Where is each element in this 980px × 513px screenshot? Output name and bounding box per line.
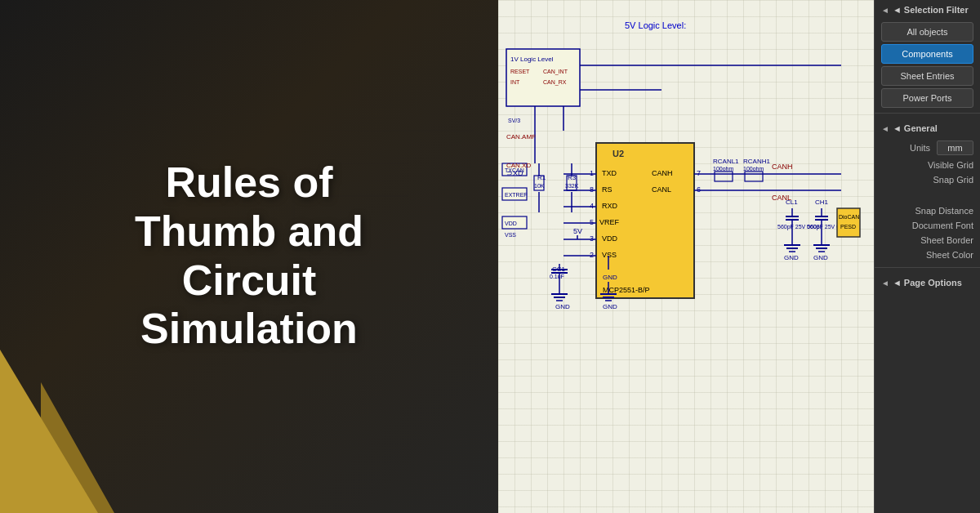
page-options-header: ◄ ◄ Page Options xyxy=(875,273,980,292)
general-collapse-icon: ◄ xyxy=(881,124,889,133)
svg-text:1: 1 xyxy=(590,169,594,177)
document-font-row: Document Font xyxy=(875,218,980,233)
svg-text:U2: U2 xyxy=(612,149,624,158)
svg-text:GND: GND xyxy=(813,254,828,261)
svg-text:⊃XD: ⊃XD xyxy=(506,169,523,177)
svg-text:DioCAN: DioCAN xyxy=(839,214,859,220)
svg-text:GND: GND xyxy=(784,254,799,261)
sheet-color-row: Sheet Color xyxy=(875,248,980,262)
svg-text:VREF: VREF xyxy=(599,218,620,226)
svg-text:VDD: VDD xyxy=(505,221,517,226)
sheet-entries-button[interactable]: Sheet Entries xyxy=(881,66,973,86)
schematic-panel: 5V Logic Level: 1V Logic Level RESET INT… xyxy=(498,0,874,513)
svg-text:5V: 5V xyxy=(573,227,582,235)
svg-text:VDD: VDD xyxy=(602,234,618,243)
components-button[interactable]: Components xyxy=(881,44,973,64)
svg-text:CL1: CL1 xyxy=(786,199,798,206)
svg-text:CAN.AMF: CAN.AMF xyxy=(506,133,536,141)
svg-text:8: 8 xyxy=(590,185,594,194)
svg-text:GND: GND xyxy=(555,303,570,310)
svg-text:RXD: RXD xyxy=(602,202,618,210)
svg-text:CANH: CANH xyxy=(772,163,793,171)
svg-text:EXTREF: EXTREF xyxy=(505,192,528,198)
snap-distance-row: Snap Distance xyxy=(875,203,980,218)
svg-text:CAN.XD: CAN.XD xyxy=(506,162,531,169)
power-ports-button[interactable]: Power Ports xyxy=(881,88,973,108)
divider-1 xyxy=(875,113,980,114)
svg-text:GND: GND xyxy=(603,303,617,310)
left-panel: IC U1 Rules of Thumb and Circuit Simulat… xyxy=(0,0,498,513)
right-panel: ◄ ◄ Selection Filter All objects Compone… xyxy=(874,0,980,513)
svg-text:CANH: CANH xyxy=(652,169,673,177)
svg-text:CANL: CANL xyxy=(652,185,671,194)
svg-rect-80 xyxy=(745,172,763,181)
svg-text:RS: RS xyxy=(602,185,612,194)
page-options-collapse-icon: ◄ xyxy=(881,279,889,288)
svg-text:INT: INT xyxy=(510,79,520,85)
svg-text:3: 3 xyxy=(590,234,594,243)
general-header: ◄ ◄ General xyxy=(875,118,980,138)
svg-text:5: 5 xyxy=(590,218,594,226)
svg-text:10K: 10K xyxy=(534,183,545,189)
svg-text:5V Logic Level:: 5V Logic Level: xyxy=(625,20,686,30)
svg-text:RESET: RESET xyxy=(510,69,530,74)
units-value[interactable]: mm xyxy=(937,141,973,155)
svg-rect-77 xyxy=(715,172,733,181)
svg-text:VSS: VSS xyxy=(602,251,617,259)
snap-grid-row: Snap Grid xyxy=(875,172,980,187)
svg-text:CH1: CH1 xyxy=(815,199,829,206)
svg-text:MCP2551-B/P: MCP2551-B/P xyxy=(603,286,650,294)
svg-text:PESD: PESD xyxy=(840,224,856,230)
svg-text:100ohm: 100ohm xyxy=(743,166,764,172)
hero-title: Rules of Thumb and Circuit Simulation xyxy=(45,158,453,354)
divider-2 xyxy=(875,267,980,268)
svg-text:100ohm: 100ohm xyxy=(713,166,733,172)
svg-text:TXD: TXD xyxy=(602,169,617,177)
svg-text:SV/3: SV/3 xyxy=(508,118,520,123)
svg-text:1V Logic Level: 1V Logic Level xyxy=(510,56,554,63)
gold-accent-front xyxy=(0,350,98,513)
schematic-svg: 5V Logic Level: 1V Logic Level RESET INT… xyxy=(498,0,874,513)
svg-text:RCANH1: RCANH1 xyxy=(743,158,770,165)
svg-text:0.1uF: 0.1uF xyxy=(550,274,564,279)
all-objects-button[interactable]: All objects xyxy=(881,22,973,42)
svg-text:4: 4 xyxy=(590,202,594,210)
svg-text:RCANL1: RCANL1 xyxy=(713,158,739,165)
svg-text:VSS: VSS xyxy=(505,232,516,238)
svg-text:GND: GND xyxy=(603,274,617,281)
collapse-triangle-icon: ◄ xyxy=(881,6,889,15)
svg-text:2: 2 xyxy=(590,251,594,259)
svg-rect-99 xyxy=(837,208,860,237)
selection-filter-header: ◄ ◄ Selection Filter xyxy=(875,0,980,20)
sheet-border-row: Sheet Border xyxy=(875,233,980,248)
svg-text:CAN_INT: CAN_INT xyxy=(543,69,568,75)
svg-text:7: 7 xyxy=(697,169,701,177)
visible-grid-row: Visible Grid xyxy=(875,158,980,172)
units-row: Units mm xyxy=(875,138,980,158)
svg-text:6: 6 xyxy=(697,185,701,194)
svg-text:CAN_RX: CAN_RX xyxy=(543,79,567,86)
